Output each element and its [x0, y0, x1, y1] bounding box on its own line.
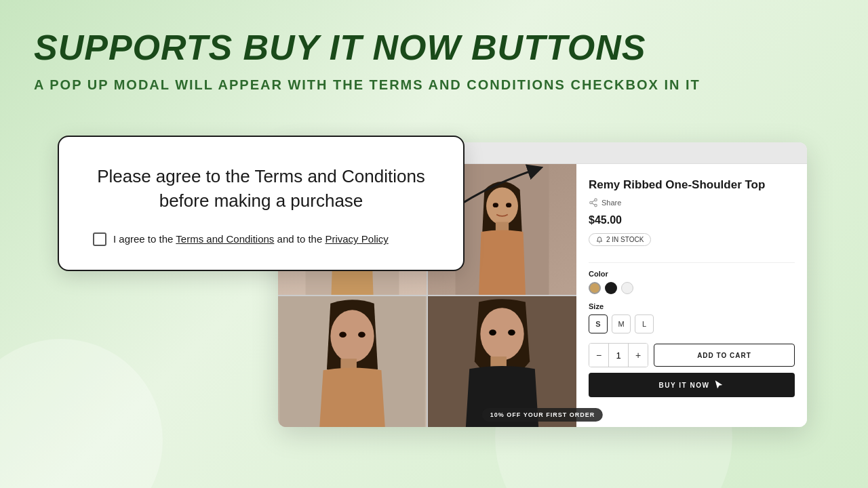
modal-box: Please agree to the Terms and Conditions… — [58, 136, 465, 271]
product-details-panel: Remy Ribbed One-Shoulder Top Share $45.0… — [576, 164, 807, 427]
divider-1 — [589, 262, 795, 263]
subtitle: A POP UP MODAL WILL APPEAR WITH THE TERM… — [34, 77, 834, 93]
qty-cart-row: − 1 + ADD TO CART — [589, 343, 795, 367]
qty-increase-button[interactable]: + — [629, 344, 648, 367]
size-btn-m[interactable]: M — [612, 314, 631, 333]
share-row: Share — [589, 198, 795, 207]
promo-banner: 10% OFF YOUR FIRST ORDER — [482, 408, 603, 422]
modal-message: Please agree to the Terms and Conditions… — [93, 164, 429, 214]
svg-point-21 — [489, 329, 496, 336]
bell-icon — [596, 237, 603, 243]
privacy-link[interactable]: Privacy Policy — [325, 233, 388, 245]
stock-text: 2 IN STOCK — [606, 236, 644, 243]
quantity-control: − 1 + — [589, 343, 648, 367]
svg-point-19 — [480, 308, 524, 360]
quantity-value: 1 — [608, 344, 629, 367]
color-swatch-tan[interactable] — [589, 282, 601, 294]
svg-point-16 — [339, 332, 347, 338]
svg-point-24 — [590, 201, 593, 204]
svg-point-23 — [595, 199, 597, 201]
bg-decoration-left — [0, 339, 163, 488]
terms-link[interactable]: Terms and Conditions — [176, 233, 274, 245]
size-btn-l[interactable]: L — [635, 314, 654, 333]
svg-line-27 — [592, 201, 595, 202]
svg-point-22 — [508, 329, 515, 336]
color-label: Color — [589, 270, 795, 278]
product-title: Remy Ribbed One-Shoulder Top — [589, 178, 795, 192]
color-swatch-black[interactable] — [605, 282, 617, 294]
stock-badge: 2 IN STOCK — [589, 233, 651, 246]
buy-now-button[interactable]: BUY IT NOW — [589, 373, 795, 397]
product-image-3 — [278, 296, 427, 427]
add-to-cart-button[interactable]: ADD TO CART — [654, 344, 795, 367]
modal-overlay: Please agree to the Terms and Conditions… — [58, 136, 465, 271]
terms-checkbox[interactable] — [93, 232, 106, 246]
size-label: Size — [589, 302, 795, 310]
modal-checkbox-row: I agree to the Terms and Conditions and … — [93, 232, 429, 246]
svg-point-25 — [595, 204, 597, 207]
svg-point-17 — [358, 332, 366, 338]
svg-point-14 — [330, 310, 374, 362]
qty-decrease-button[interactable]: − — [589, 344, 608, 367]
share-icon — [589, 198, 598, 207]
size-options: S M L — [589, 314, 795, 333]
svg-line-26 — [592, 203, 595, 205]
size-btn-s[interactable]: S — [589, 314, 608, 333]
page-content: SUPPORTS BUY IT NOW BUTTONS A POP UP MOD… — [0, 0, 868, 134]
color-swatch-white[interactable] — [621, 282, 633, 294]
cursor-icon-inline — [713, 380, 724, 390]
main-title: SUPPORTS BUY IT NOW BUTTONS — [34, 27, 834, 68]
color-options — [589, 282, 795, 294]
modal-checkbox-label: I agree to the Terms and Conditions and … — [113, 233, 389, 245]
product-price: $45.00 — [589, 214, 795, 226]
share-label[interactable]: Share — [601, 199, 621, 207]
